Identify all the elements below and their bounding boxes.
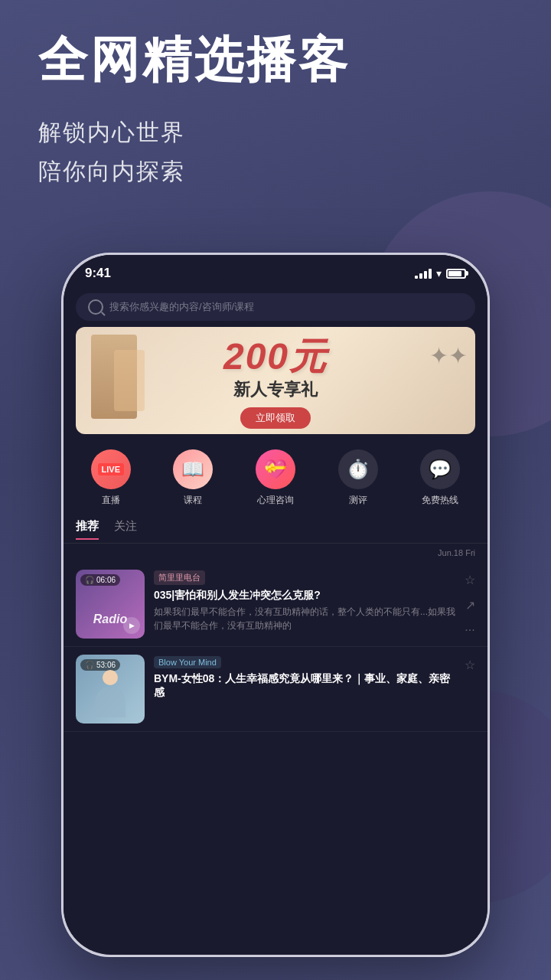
phone-mockup: 9:41 ▾ xyxy=(61,253,490,957)
date-label: Jun.18 Fri xyxy=(64,544,487,562)
radio-label: Radio xyxy=(93,612,127,626)
banner-decoration-left2 xyxy=(114,350,145,411)
podcast-info-1: 简里里电台 035|害怕和别人发生冲突怎么克服? 如果我们最早不能合作，没有互助… xyxy=(154,570,455,639)
hotline-icon: 💬 xyxy=(420,449,460,489)
live-label: 直播 xyxy=(102,494,120,507)
status-time: 9:41 xyxy=(85,266,111,281)
bookmark-icon[interactable]: ☆ xyxy=(465,573,475,587)
podcast-item-1[interactable]: 🎧 06:06 Radio ▶ 简里里电台 035|害怕和别人发生冲突怎么克服?… xyxy=(64,562,487,647)
tab-recommend[interactable]: 推荐 xyxy=(76,519,99,540)
hero-subtitle: 解锁内心世界 陪你向内探索 xyxy=(38,113,513,191)
play-button-1[interactable]: ▶ xyxy=(123,617,140,634)
signal-icon xyxy=(415,268,432,279)
wifi-icon: ▾ xyxy=(436,267,442,279)
podcast-actions-2: ☆ xyxy=(465,655,475,724)
podcast-item-2[interactable]: 🎧 53:06 Blow Your Mind BYM-女性08：人生幸福感究竟从… xyxy=(64,647,487,732)
banner-subtitle: 新人专享礼 xyxy=(223,378,328,401)
tab-follow[interactable]: 关注 xyxy=(114,519,137,540)
podcast-duration-1: 🎧 06:06 xyxy=(80,574,120,586)
banner-button[interactable]: 立即领取 xyxy=(240,407,311,429)
podcast-actions-1: ☆ ↗ ··· xyxy=(465,570,475,639)
icon-item-course[interactable]: 📖 课程 xyxy=(173,449,213,507)
consult-label: 心理咨询 xyxy=(257,494,294,507)
podcast-thumbnail-1: 🎧 06:06 Radio ▶ xyxy=(76,570,145,639)
content-tabs: 推荐 关注 xyxy=(64,516,487,544)
course-icon: 📖 xyxy=(173,449,213,489)
search-bar[interactable]: 搜索你感兴趣的内容/咨询师/课程 xyxy=(76,293,475,321)
banner-amount: 200元 xyxy=(223,332,328,381)
hero-section: 全网精选播客 解锁内心世界 陪你向内探索 xyxy=(38,31,513,191)
podcast-duration-2: 🎧 53:06 xyxy=(80,659,120,671)
course-label: 课程 xyxy=(184,494,202,507)
hero-subtitle-line1: 解锁内心世界 xyxy=(38,113,513,152)
test-label: 测评 xyxy=(349,494,367,507)
icon-item-live[interactable]: LIVE 直播 xyxy=(91,449,131,507)
podcast-channel-2: Blow Your Mind xyxy=(154,656,221,668)
search-icon xyxy=(88,299,103,315)
share-icon[interactable]: ↗ xyxy=(465,598,475,612)
phone-outer: 9:41 ▾ xyxy=(61,253,490,957)
podcast-desc-1: 如果我们最早不能合作，没有互助精神的话，整个人类的不能只有...如果我们最早不能… xyxy=(154,605,455,632)
banner-content: 200元 新人专享礼 立即领取 xyxy=(223,332,328,429)
icon-item-consult[interactable]: 💝 心理咨询 xyxy=(256,449,295,507)
hotline-label: 免费热线 xyxy=(422,494,458,507)
more-icon[interactable]: ··· xyxy=(465,623,474,637)
person-illustration xyxy=(87,670,133,724)
icon-grid: LIVE 直播 📖 课程 💝 心理咨询 xyxy=(64,440,487,516)
notch xyxy=(214,255,337,279)
battery-icon xyxy=(446,269,466,279)
podcast-thumbnail-2: 🎧 53:06 xyxy=(76,655,145,724)
bookmark-icon-2[interactable]: ☆ xyxy=(465,658,475,672)
banner-decoration-right: ✦✦ xyxy=(429,342,468,369)
podcast-title-1: 035|害怕和别人发生冲突怎么克服? xyxy=(154,588,455,602)
test-icon: ⏱️ xyxy=(338,449,378,489)
consult-icon: 💝 xyxy=(256,449,295,489)
hero-subtitle-line2: 陪你向内探索 xyxy=(38,152,513,191)
banner[interactable]: 200元 新人专享礼 立即领取 ✦✦ xyxy=(76,327,475,434)
phone-inner: 9:41 ▾ xyxy=(64,255,487,955)
search-placeholder: 搜索你感兴趣的内容/咨询师/课程 xyxy=(109,300,254,314)
podcast-title-2: BYM-女性08：人生幸福感究竟从哪里来？｜事业、家庭、亲密感 xyxy=(154,671,455,699)
podcast-info-2: Blow Your Mind BYM-女性08：人生幸福感究竟从哪里来？｜事业、… xyxy=(154,655,455,724)
phone-content: 搜索你感兴趣的内容/咨询师/课程 200元 新人专享礼 立即领取 ✦✦ xyxy=(64,287,487,950)
status-icons: ▾ xyxy=(415,267,466,279)
live-icon: LIVE xyxy=(91,449,131,489)
podcast-channel-1: 简里里电台 xyxy=(154,570,205,585)
hero-title: 全网精选播客 xyxy=(38,31,513,90)
icon-item-hotline[interactable]: 💬 免费热线 xyxy=(420,449,460,507)
icon-item-test[interactable]: ⏱️ 测评 xyxy=(338,449,378,507)
